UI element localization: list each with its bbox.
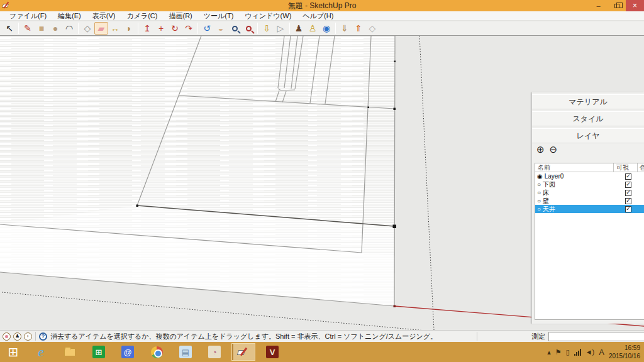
make-component-icon[interactable]: ◇ <box>80 22 94 35</box>
menu-item-0[interactable]: ファイル(F) <box>4 11 52 21</box>
volume-icon[interactable]: ◄) <box>586 348 595 356</box>
clock-date: 2015/10/16 <box>609 352 640 360</box>
layer-row-天井[interactable]: ○天井✓ <box>535 205 644 213</box>
layer-visible-checkbox[interactable]: ✓ <box>625 206 631 212</box>
network-icon[interactable] <box>574 349 581 356</box>
get-models-icon[interactable]: ⇓ <box>338 22 352 35</box>
shadow-icon[interactable]: ◗ <box>24 332 32 341</box>
arc-tool-icon[interactable]: ◠ <box>62 22 76 35</box>
minimize-button[interactable]: – <box>589 0 608 11</box>
panel-materials[interactable]: マテリアル <box>532 94 644 109</box>
move-tool-icon[interactable]: + <box>154 22 168 35</box>
position-camera-icon[interactable]: ♟ <box>292 22 306 35</box>
menu-item-2[interactable]: 表示(V) <box>87 11 121 21</box>
add-layer-button[interactable]: ⊕ <box>536 144 545 155</box>
taskbar-ie[interactable]: e <box>29 343 53 361</box>
column-header-color[interactable]: 色 <box>638 163 644 172</box>
taskbar-store[interactable]: ⊞ <box>87 343 111 361</box>
orbit-tool-icon[interactable]: ↺ <box>200 22 214 35</box>
taskbar-notepad[interactable]: ▤ <box>174 343 197 361</box>
extra-tool-icon[interactable]: ◇ <box>365 22 379 35</box>
menu-bar: ファイル(F)編集(E)表示(V)カメラ(C)描画(R)ツール(T)ウィンドウ(… <box>0 11 644 21</box>
toolbar-separator <box>18 23 19 34</box>
measurements-label: 測定 <box>531 332 545 341</box>
offset-tool-icon[interactable]: ↷ <box>182 22 196 35</box>
rotate-tool-icon[interactable]: ↻ <box>168 22 182 35</box>
toolbar-separator <box>78 23 79 34</box>
taskbar-sketchup[interactable] <box>231 343 255 361</box>
layer-radio[interactable]: ○ <box>537 190 541 196</box>
remove-layer-button[interactable]: ⊖ <box>550 144 558 155</box>
menu-item-4[interactable]: 描画(R) <box>163 11 197 21</box>
taskbar-paint[interactable]: ◔ <box>203 343 226 361</box>
google-earth-icon[interactable]: ◉ <box>319 22 333 35</box>
restore-button[interactable] <box>608 0 626 11</box>
push-pull-icon[interactable]: ↥ <box>140 22 154 35</box>
status-help-text: 消去するアイテムを選択するか、複数のアイテム上をドラッグします。Shift = … <box>50 332 437 341</box>
layer-visible-checkbox[interactable]: ✓ <box>625 190 631 196</box>
credit-icon[interactable]: ♟ <box>13 332 21 341</box>
layer-name: 壁 <box>543 197 549 206</box>
eraser-tool-icon[interactable]: ▰ <box>94 22 108 35</box>
look-around-icon[interactable]: ♙ <box>306 22 319 35</box>
window-title: 無題 - SketchUp Pro <box>0 1 644 11</box>
layer-row-床[interactable]: ○床✓ <box>535 189 644 197</box>
column-header-visible[interactable]: 可視 <box>614 163 638 172</box>
layer-visible-checkbox[interactable]: ✓ <box>625 182 631 188</box>
menu-item-7[interactable]: ヘルプ(H) <box>297 11 339 21</box>
menu-item-5[interactable]: ツール(T) <box>198 11 240 21</box>
status-bar: ♟ ◗ ? 消去するアイテムを選択するか、複数のアイテム上をドラッグします。Sh… <box>0 330 644 342</box>
start-button[interactable]: ⊞ <box>0 342 26 362</box>
default-tray: マテリアル スタイル レイヤ ⊕ ⊖ 名前 可視 色 ◉Layer0✓○下図✓○… <box>531 92 644 324</box>
system-tray: ▴ ⚑ ▯ ◄) A 16:59 2015/10/16 <box>547 342 644 362</box>
layer-name: 床 <box>543 189 549 197</box>
previous-view-icon[interactable]: ⇩ <box>260 22 274 35</box>
layer-radio[interactable]: ○ <box>537 182 541 188</box>
next-view-icon[interactable]: ▷ <box>274 22 287 35</box>
pan-tool-icon[interactable]: ◒ <box>214 22 228 35</box>
close-button[interactable]: × <box>626 0 644 11</box>
taskbar-explorer[interactable] <box>58 343 82 361</box>
toolbar-separator <box>197 23 198 34</box>
layer-row-下図[interactable]: ○下図✓ <box>535 180 644 189</box>
zoom-tool-icon[interactable] <box>228 22 242 35</box>
menu-item-6[interactable]: ウィンドウ(W) <box>239 11 297 21</box>
taskbar-mail[interactable]: @ <box>116 343 140 361</box>
layer-visible-checkbox[interactable]: ✓ <box>625 173 631 180</box>
help-icon: ? <box>39 332 47 341</box>
measurements-input[interactable] <box>548 332 644 341</box>
action-center-icon[interactable]: ⚑ <box>555 348 562 356</box>
layer-radio[interactable]: ○ <box>537 206 541 212</box>
panel-layers[interactable]: レイヤ <box>532 128 644 143</box>
drawing-canvas[interactable]: マテリアル スタイル レイヤ ⊕ ⊖ 名前 可視 色 ◉Layer0✓○下図✓○… <box>0 36 644 330</box>
panel-styles[interactable]: スタイル <box>532 111 644 126</box>
rectangle-tool-icon[interactable]: ■ <box>35 22 48 35</box>
select-tool-icon[interactable]: ↖ <box>3 22 16 35</box>
toolbar-separator <box>335 23 336 34</box>
layer-name: Layer0 <box>545 173 564 180</box>
battery-icon[interactable]: ▯ <box>566 348 570 356</box>
hidden-icons-button[interactable]: ▴ <box>547 348 551 356</box>
taskbar-chrome[interactable] <box>145 343 169 361</box>
zoom-extents-icon[interactable] <box>242 22 255 35</box>
layer-row-Layer0[interactable]: ◉Layer0✓ <box>535 172 644 180</box>
layers-panel-title: レイヤ <box>577 131 600 141</box>
clock[interactable]: 16:59 2015/10/16 <box>609 344 640 360</box>
share-model-icon[interactable]: ⇑ <box>352 22 365 35</box>
toolbar-separator <box>257 23 258 34</box>
sketchup-window: 無題 - SketchUp Pro – × ファイル(F)編集(E)表示(V)カ… <box>0 0 644 362</box>
layer-row-壁[interactable]: ○壁✓ <box>535 197 644 205</box>
tape-measure-icon[interactable]: ↔ <box>108 22 122 35</box>
taskbar-vray[interactable]: V <box>260 343 284 361</box>
layer-radio[interactable]: ○ <box>537 198 541 204</box>
column-header-name[interactable]: 名前 <box>535 163 614 172</box>
layer-visible-checkbox[interactable]: ✓ <box>625 198 631 204</box>
ime-indicator[interactable]: A <box>599 348 604 357</box>
circle-tool-icon[interactable]: ● <box>48 22 62 35</box>
geolocation-icon[interactable] <box>3 332 11 341</box>
menu-item-3[interactable]: カメラ(C) <box>121 11 163 21</box>
line-tool-icon[interactable]: ✎ <box>21 22 35 35</box>
paint-bucket-icon[interactable]: ◗ <box>122 22 136 35</box>
layer-radio[interactable]: ◉ <box>537 173 543 180</box>
menu-item-1[interactable]: 編集(E) <box>52 11 87 21</box>
